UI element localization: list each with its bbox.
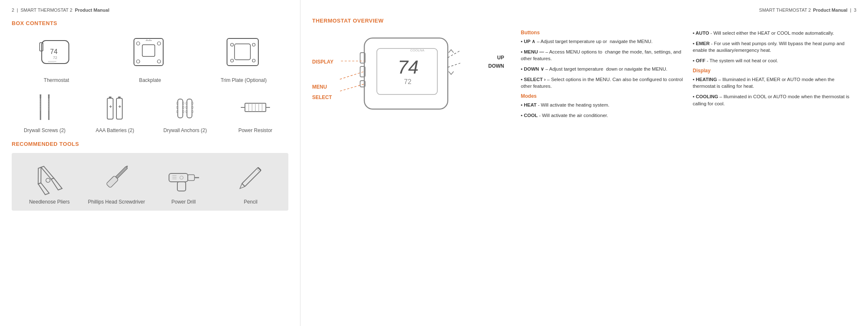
trimplate-icon — [223, 32, 265, 74]
emer-mode-desc: • EMER - For use with heat pumps only. W… — [693, 40, 856, 54]
svg-rect-7 — [142, 45, 155, 56]
right-content-col: • AUTO - Will select either the HEAT or … — [693, 30, 856, 122]
left-page-number: 2 | SMART THERMOSTAT 2 Product Manual — [12, 8, 109, 13]
svg-rect-33 — [178, 99, 183, 118]
svg-point-11 — [157, 60, 161, 63]
right-header: SMART THERMOSTAT 2 Product Manual | 3 — [312, 8, 856, 13]
tool-item-pliers: Needlenose Pliers — [18, 159, 81, 205]
svg-rect-44 — [116, 166, 128, 178]
box-item-thermostat: 74 72 Thermostat — [12, 32, 101, 83]
drywall-anchors-icon — [169, 91, 202, 124]
tools-section: Needlenose Pliers Phillips Head Screwdri… — [12, 153, 288, 211]
recommended-tools-title: RECOMMENDED TOOLS — [12, 141, 288, 147]
small-items-grid: Drywall Screws (2) AAA Batteries (2) — [12, 91, 288, 133]
svg-rect-48 — [177, 182, 186, 191]
box-item-anchors: Drywall Anchors (2) — [152, 91, 218, 133]
drywall-screws-icon — [28, 91, 61, 124]
content-two-col: Buttons • UP ∧ – Adjust target temperatu… — [521, 30, 856, 122]
pencil-label: Pencil — [244, 199, 257, 205]
screws-label: Drywall Screws (2) — [24, 127, 66, 133]
box-item-backplate: Backplate — [105, 32, 194, 83]
svg-text:COOLNA: COOLNA — [410, 48, 424, 52]
box-item-batteries: AAA Batteries (2) — [82, 91, 148, 133]
cool-mode-desc: • COOL - Will activate the air condition… — [521, 112, 684, 119]
power-resistor-icon — [239, 91, 272, 124]
svg-point-10 — [136, 60, 140, 63]
svg-rect-49 — [188, 175, 194, 181]
svg-point-43 — [45, 178, 51, 183]
svg-point-54 — [180, 176, 183, 179]
down-label: DOWN — [488, 63, 504, 69]
pliers-icon — [30, 159, 68, 196]
modes-title: Modes — [521, 93, 684, 99]
left-content-col: Buttons • UP ∧ – Adjust target temperatu… — [521, 30, 684, 122]
auto-mode-desc: • AUTO - Will select either the HEAT or … — [693, 30, 856, 37]
screwdriver-icon — [98, 159, 135, 196]
svg-rect-29 — [116, 98, 122, 119]
anchors-label: Drywall Anchors (2) — [164, 127, 207, 133]
drill-icon — [165, 159, 202, 196]
thermostat-label: Thermostat — [44, 77, 69, 83]
pliers-label: Needlenose Pliers — [29, 199, 70, 205]
svg-point-18 — [230, 59, 233, 62]
svg-rect-30 — [118, 97, 121, 99]
box-contents-title: BOX CONTENTS — [12, 20, 288, 26]
display-title: Display — [693, 68, 856, 74]
off-mode-desc: • OFF - The system will not heat or cool… — [693, 57, 856, 64]
thermo-diagram: DISPLAY MENU SELECT UP DOWN — [312, 30, 504, 122]
svg-rect-45 — [106, 176, 119, 188]
display-label: DISPLAY — [312, 59, 333, 65]
overview-layout: DISPLAY MENU SELECT UP DOWN — [312, 30, 856, 122]
drill-label: Power Drill — [172, 199, 196, 205]
svg-rect-47 — [169, 173, 188, 182]
box-item-screws: Drywall Screws (2) — [12, 91, 78, 133]
box-item-trimplate: Trim Plate (Optional) — [199, 32, 288, 83]
backplate-icon — [129, 32, 171, 74]
select-label: SELECT — [312, 94, 332, 100]
buttons-title: Buttons — [521, 30, 684, 36]
resistor-label: Power Resistor — [238, 127, 272, 133]
tools-grid: Needlenose Pliers Phillips Head Screwdri… — [18, 159, 283, 205]
thermostat-overview-title: THERMOSTAT OVERVIEW — [312, 18, 856, 24]
select-button-desc: • SELECT › – Select options in the MENU.… — [521, 76, 684, 90]
screwdriver-label: Phillips Head Screwdriver — [88, 199, 145, 205]
svg-rect-34 — [187, 99, 192, 118]
left-header: 2 | SMART THERMOSTAT 2 Product Manual — [12, 8, 288, 13]
svg-text:72: 72 — [53, 56, 57, 60]
svg-rect-15 — [227, 38, 258, 66]
tool-item-pencil: Pencil — [219, 159, 283, 205]
svg-rect-25 — [107, 98, 113, 119]
svg-line-70 — [448, 63, 460, 67]
svg-text:74: 74 — [50, 48, 58, 55]
svg-point-19 — [252, 43, 255, 46]
svg-line-68 — [339, 84, 364, 97]
svg-marker-56 — [238, 183, 245, 190]
menu-label: MENU — [312, 84, 327, 90]
heat-mode-desc: • HEAT - Will activate the heating syste… — [521, 102, 684, 109]
heating-display-desc: • HEATING – Illuminated in HEAT, EMER or… — [693, 76, 856, 90]
thermostat-diagram-svg: 74 72 COOLNA — [339, 30, 481, 122]
thermostat-diagram-area: DISPLAY MENU SELECT UP DOWN — [312, 30, 512, 122]
tool-item-drill: Power Drill — [152, 159, 216, 205]
svg-rect-26 — [109, 97, 111, 99]
up-button-desc: • UP ∧ – Adjust target temperature up or… — [521, 38, 684, 45]
menu-button-desc: • MENU — – Access MENU options to change… — [521, 48, 684, 62]
svg-point-17 — [230, 43, 233, 46]
batteries-label: AAA Batteries (2) — [96, 127, 134, 133]
left-page: 2 | SMART THERMOSTAT 2 Product Manual BO… — [0, 0, 300, 326]
buttons-modes-area: Buttons • UP ∧ – Adjust target temperatu… — [521, 30, 856, 122]
tool-item-screwdriver: Phillips Head Screwdriver — [85, 159, 149, 205]
up-label: UP — [497, 55, 504, 61]
trimplate-label: Trim Plate (Optional) — [221, 77, 267, 83]
box-contents-grid: 74 72 Thermostat Backplate — [12, 32, 288, 83]
right-page: SMART THERMOSTAT 2 Product Manual | 3 TH… — [300, 0, 868, 326]
svg-rect-6 — [134, 38, 163, 66]
backplate-label: Backplate — [139, 77, 161, 83]
svg-rect-16 — [235, 44, 250, 60]
right-page-number: SMART THERMOSTAT 2 Product Manual | 3 — [759, 8, 856, 13]
svg-text:72: 72 — [404, 78, 411, 85]
box-item-resistor: Power Resistor — [222, 91, 288, 133]
svg-point-8 — [136, 42, 140, 45]
svg-line-67 — [339, 71, 364, 86]
cooling-display-desc: • COOLING – Illuminated in COOL or AUTO … — [693, 93, 856, 107]
